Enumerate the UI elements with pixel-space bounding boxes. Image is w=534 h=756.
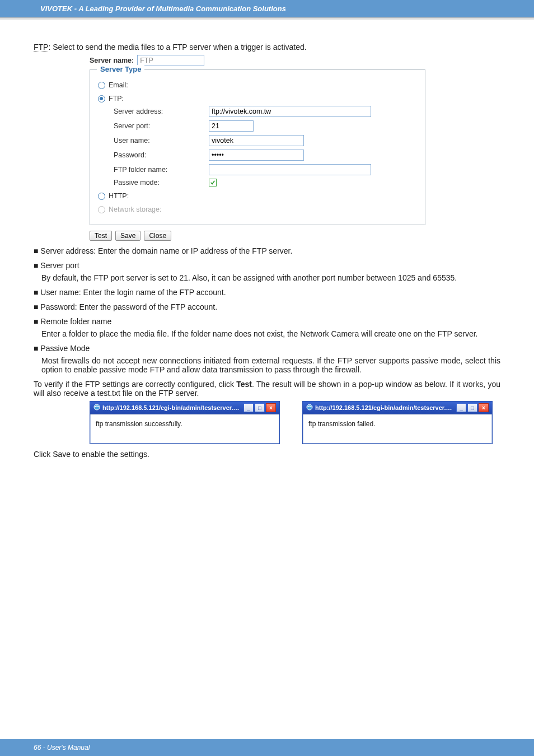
popup-success-titlebar: http://192.168.5.121/cgi-bin/admin/tests…: [90, 402, 279, 414]
popup-success-text: ftp transmission successfully.: [96, 420, 182, 428]
server-type-fieldset: Server Type Email: FTP: Server address: …: [90, 69, 425, 225]
server-address-input[interactable]: [209, 106, 371, 117]
server-address-label: Server address:: [114, 108, 209, 115]
save-button[interactable]: Save: [115, 231, 140, 241]
radio-ftp-row[interactable]: FTP:: [98, 95, 417, 102]
page-header: VIVOTEK - A Leading Provider of Multimed…: [0, 0, 534, 18]
verify-test-word: Test: [236, 380, 252, 389]
bullet-server-port-head: ■ Server port: [34, 261, 500, 270]
server-port-label: Server port:: [114, 122, 209, 130]
ftp-form: Server address: Server port: User name: …: [114, 106, 417, 186]
button-row: Test Save Close: [90, 231, 425, 241]
page-content: FTP: Select to send the media files to a…: [0, 20, 534, 459]
server-name-label: Server name:: [90, 57, 134, 64]
password-label: Password:: [114, 151, 209, 159]
password-input[interactable]: [209, 150, 304, 161]
ie-icon: [306, 404, 313, 412]
radio-network-storage: [98, 206, 105, 213]
passive-mode-label: Passive mode:: [114, 179, 209, 186]
radio-email-label: Email:: [109, 81, 128, 89]
after-popup-text: Click Save to enable the settings.: [34, 450, 500, 459]
header-title: VIVOTEK - A Leading Provider of Multimed…: [40, 4, 286, 13]
check-icon: [210, 180, 216, 185]
radio-http[interactable]: [98, 193, 105, 200]
bullet-user-name: ■ User name: Enter the login name of the…: [34, 288, 500, 297]
ftp-folder-input[interactable]: [209, 164, 371, 175]
bullet-remote-folder-body: Enter a folder to place the media file. …: [41, 329, 500, 338]
radio-ftp-label: FTP:: [109, 95, 124, 102]
radio-email-row[interactable]: Email:: [98, 81, 417, 89]
maximize-icon[interactable]: □: [467, 403, 477, 412]
radio-http-label: HTTP:: [109, 192, 129, 200]
server-type-legend: Server Type: [97, 65, 144, 73]
radio-network-storage-label: Network storage:: [109, 206, 161, 213]
test-button[interactable]: Test: [90, 231, 112, 241]
close-button[interactable]: Close: [144, 231, 171, 241]
close-icon[interactable]: ×: [479, 403, 489, 412]
bullet-server-port-body: By default, the FTP port server is set t…: [41, 273, 500, 282]
intro-ftp-label: FTP: [34, 43, 48, 52]
server-settings-panel: Server name: Server Type Email: FTP: Ser…: [90, 55, 425, 241]
radio-email[interactable]: [98, 82, 105, 89]
radio-http-row[interactable]: HTTP:: [98, 192, 417, 200]
server-name-row: Server name:: [90, 55, 425, 66]
bullet-passive-body: Most firewalls do not accept new connect…: [41, 356, 500, 374]
radio-ftp[interactable]: [98, 95, 105, 102]
bullet-password: ■ Password: Enter the password of the FT…: [34, 302, 500, 311]
server-port-input[interactable]: [209, 120, 254, 132]
intro-line: FTP: Select to send the media files to a…: [34, 43, 500, 52]
popup-success-title: http://192.168.5.121/cgi-bin/admin/tests…: [102, 404, 240, 411]
popup-fail: http://192.168.5.121/cgi-bin/admin/tests…: [302, 401, 493, 444]
footer-text: 66 - User's Manual: [34, 744, 90, 752]
server-name-input[interactable]: [137, 55, 204, 66]
maximize-icon[interactable]: □: [255, 403, 265, 412]
verify-pre: To verify if the FTP settings are correc…: [34, 380, 236, 389]
minimize-icon[interactable]: _: [456, 403, 466, 412]
user-name-input[interactable]: [209, 135, 304, 146]
ftp-folder-label: FTP folder name:: [114, 166, 209, 174]
popup-success-body: ftp transmission successfully.: [90, 414, 279, 444]
popup-fail-title: http://192.168.5.121/cgi-bin/admin/tests…: [315, 404, 453, 411]
bullet-server-address: ■ Server address: Enter the domain name …: [34, 246, 500, 255]
intro-text: : Select to send the media files to a FT…: [48, 43, 306, 52]
passive-mode-checkbox[interactable]: [209, 179, 217, 186]
popup-fail-text: ftp transmission failed.: [308, 420, 375, 428]
popup-success: http://192.168.5.121/cgi-bin/admin/tests…: [90, 401, 280, 444]
ie-icon: [93, 404, 100, 412]
popup-row: http://192.168.5.121/cgi-bin/admin/tests…: [90, 401, 500, 444]
popup-fail-titlebar: http://192.168.5.121/cgi-bin/admin/tests…: [303, 402, 492, 414]
user-name-label: User name:: [114, 137, 209, 144]
radio-network-storage-row: Network storage:: [98, 206, 417, 213]
bullet-passive-head: ■ Passive Mode: [34, 344, 500, 353]
verify-paragraph: To verify if the FTP settings are correc…: [34, 380, 500, 398]
minimize-icon[interactable]: _: [243, 403, 254, 412]
popup-fail-body: ftp transmission failed.: [303, 414, 492, 444]
close-icon[interactable]: ×: [266, 403, 276, 412]
page-footer: 66 - User's Manual: [0, 739, 534, 756]
bullet-remote-folder-head: ■ Remote folder name: [34, 317, 500, 326]
